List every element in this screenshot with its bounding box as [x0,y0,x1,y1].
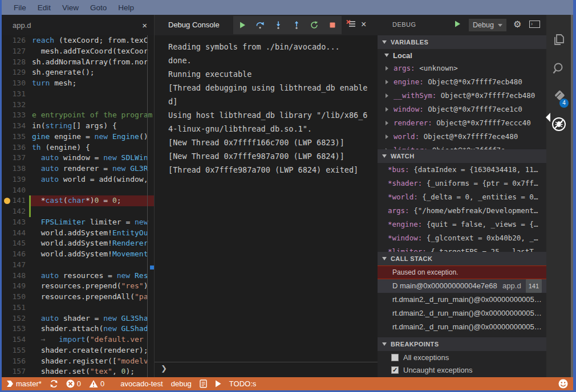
code-line[interactable]: 155 shader.create(renderer); [2,345,154,356]
repl-input[interactable]: ❯ [155,362,378,376]
menu-goto[interactable]: Goto [84,3,112,12]
code-line[interactable]: 133e entrypoint of the program [2,110,154,121]
watch-row[interactable]: *world: {_delta = 0, _entities = 0… [378,190,546,204]
continue-button[interactable] [235,18,250,32]
variable-row[interactable]: __withSym: Object@*0x7ffff7ecb480 [378,89,546,103]
step-over-button[interactable] [253,18,267,32]
checkbox-unchecked[interactable] [391,354,399,361]
panel-title[interactable]: Debug Console [168,21,220,29]
code-line[interactable]: 143 FPSLimiter limiter = new [2,217,154,228]
scope-local[interactable]: Local [378,49,546,62]
search-icon[interactable] [546,56,571,80]
code-line[interactable]: 149 resources.prepend("res") [2,281,154,292]
sync-button[interactable] [50,379,58,388]
watch-row[interactable]: *shader: {_uniforms = {ptr = 0x7ff… [378,177,546,190]
code-line[interactable]: 152 auto shader = new GL3Sha [2,313,154,324]
code-line[interactable]: 146 world.addSystem!Movement [2,249,154,260]
build-config[interactable]: debug [171,379,192,388]
feedback-smiley-button[interactable] [558,379,568,389]
code-line[interactable]: 151 [2,303,154,313]
menu-file[interactable]: File [8,3,32,12]
code-line[interactable]: 154 → import("default.ver [2,334,154,345]
code-line[interactable]: 127 mesh.addTexCoord(texCoor [2,46,154,57]
clear-console-icon[interactable] [346,19,356,28]
stack-frame-row[interactable]: rt.dmain2._d_run_main()@0x00000000005… [378,307,546,320]
gear-icon[interactable]: ⚙ [513,19,521,30]
git-branch-status[interactable]: master* [6,379,42,388]
checkbox-checked[interactable]: ✓ [391,366,399,374]
close-tab-icon[interactable]: × [142,21,147,30]
code-line[interactable]: 139 auto world = add(window, [2,174,154,185]
stack-frame-row[interactable]: D main@0x00000000004e7e68app.d141 [378,279,546,293]
console-output[interactable]: Reading symbols from ./bin/avocado...don… [155,35,378,364]
watch-row[interactable]: *limiter: {_targetFPS = 25, _lastT… [378,245,546,252]
sidebar-title: DEBUG [392,21,416,28]
code-line[interactable]: 138 auto renderer = new GL3R [2,164,154,174]
watch-row[interactable]: *engine: {quit = false, _views = {… [378,218,546,231]
code-line[interactable]: 153 shader.attach(new GLShad [2,324,154,334]
breakpoint-row[interactable]: All exceptions [378,351,546,364]
open-console-icon[interactable]: › [529,21,540,28]
step-into-button[interactable] [271,18,286,32]
menu-help[interactable]: Help [112,3,140,12]
watch-row[interactable]: args: {"/home/webfreak/Development… [378,204,546,218]
menu-edit[interactable]: Edit [32,3,56,12]
variable-row[interactable]: engine: Object@*0x7ffff7ecb480 [378,75,546,89]
step-out-button[interactable] [289,18,304,32]
code-line[interactable]: 145 world.addSystem!Renderer [2,238,154,249]
expand-icon [386,134,388,139]
source-control-icon[interactable]: 4 [546,84,571,109]
breakpoint-row[interactable]: ✓Uncaught exceptions [378,364,546,376]
variables-section-header[interactable]: VARIABLES [378,35,546,49]
start-debug-button[interactable] [453,20,461,28]
code-line[interactable]: 129sh.generate(); [2,67,154,78]
variable-row[interactable]: limiter: Object@*0x7ffff7e [378,144,546,149]
code-line[interactable]: 134in(string[] args) { [2,121,154,132]
watch-section-header[interactable]: WATCH [378,149,546,163]
debug-config-dropdown[interactable]: Debug [469,19,506,31]
explorer-icon[interactable] [546,27,571,52]
document-icon[interactable] [200,379,207,388]
debug-line-bar [29,195,31,206]
code-line[interactable]: 132 [2,100,154,111]
code-line[interactable]: 144 world.addSystem!EntityOu [2,228,154,239]
editor-pane: app.d × 126reach (texCoord; from.texC127… [2,15,154,377]
breakpoints-section-header[interactable]: BREAKPOINTS [378,337,546,351]
code-line[interactable]: 135gine engine = new Engine() [2,132,154,142]
variable-row[interactable]: renderer: Object@*0x7ffff7eccc40 [378,116,546,130]
close-panel-icon[interactable]: × [361,19,366,30]
repl-chevron-icon: ❯ [161,364,167,373]
problems-status[interactable]: 0 0 [66,379,104,388]
stop-button[interactable] [325,18,340,32]
stack-frame-row[interactable]: rt.dmain2._d_run_main()@0x00000000005… [378,320,546,334]
menu-view[interactable]: View [56,3,84,12]
code-line[interactable]: 136th (engine) { [2,142,154,153]
watch-row[interactable]: *window: {_glcontext = 0xb40b20, _… [378,231,546,245]
watch-row[interactable]: *bus: {dataIndex = {1630434418, 11… [378,163,546,177]
tab-app-d[interactable]: app.d × [2,15,154,35]
code-line[interactable]: 137 auto window = new SDLWin [2,153,154,164]
variable-row[interactable]: window: Object@*0x7ffff7ece1c0 [378,103,546,116]
git-branch-icon [6,379,14,388]
code-line[interactable]: 148 auto resources = new Res [2,271,154,281]
code-line[interactable]: 150 resources.prependAll("pa [2,292,154,303]
code-line[interactable]: 156 shader.register(["modelv [2,356,154,367]
variable-row[interactable]: args: <unknown> [378,62,546,75]
code-line[interactable]: 140 [2,185,154,196]
code-line[interactable]: 130turn mesh; [2,78,154,89]
code-line[interactable]: 141 *cast(char*)0 = 0; [2,195,154,206]
stack-frame-row[interactable]: rt.dmain2._d_run_main()@0x00000000005… [378,293,546,307]
restart-button[interactable] [307,18,322,32]
code-line[interactable]: 126reach (texCoord; from.texC [2,35,154,46]
code-line[interactable]: 147 [2,260,154,271]
code-line[interactable]: 142 [2,206,154,217]
call-stack-section-header[interactable]: CALL STACK [378,252,546,266]
code-line[interactable]: 157 shader.set("tex", 0); [2,366,154,377]
project-name[interactable]: avocado-test [120,379,163,388]
code-editor[interactable]: 126reach (texCoord; from.texC127 mesh.ad… [2,35,154,377]
code-line[interactable]: 131 [2,89,154,100]
code-line[interactable]: 128sh.addNormalArray(from.nor [2,57,154,68]
variable-row[interactable]: world: Object@*0x7ffff7ece480 [378,130,546,144]
todo-status[interactable]: TODO:s [229,379,256,388]
run-task-button[interactable] [215,380,221,387]
